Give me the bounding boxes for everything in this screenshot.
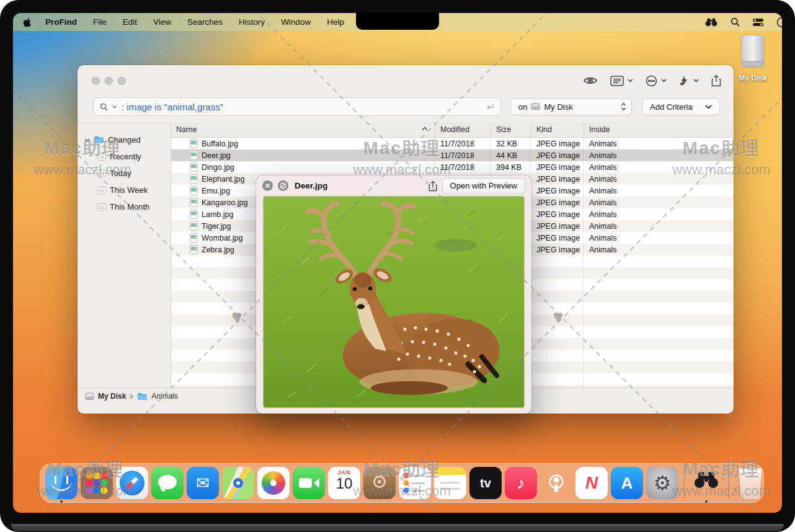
column-header-size[interactable]: Size	[491, 123, 531, 137]
table-row[interactable]: Dingo.jpg11/7/2018394 KBJPEG imageAnimal…	[171, 161, 734, 173]
dock-item-launchpad[interactable]	[81, 467, 113, 499]
dock-item-trash[interactable]	[734, 467, 766, 499]
control-center-icon[interactable]	[753, 19, 763, 26]
profind-binoculars-icon[interactable]	[705, 17, 717, 27]
jpeg-file-icon	[190, 162, 198, 172]
table-row[interactable]: Buffalo.jpg11/7/201832 KBJPEG imageAnima…	[171, 138, 734, 149]
sidebar-item-this-month[interactable]: This Month	[78, 198, 171, 215]
disk-label: My Disk	[732, 74, 773, 82]
cell-kind: JPEG image	[531, 175, 584, 184]
spotlight-search-icon[interactable]	[731, 17, 740, 27]
dock-item-settings[interactable]: ⚙	[646, 467, 678, 499]
calendar-icon	[97, 153, 106, 161]
column-header-name[interactable]: Name	[171, 123, 435, 137]
appstore-glyph: A	[611, 467, 643, 499]
dock-divider	[684, 468, 685, 499]
running-indicator-dot	[60, 500, 63, 503]
cell-kind: JPEG image	[531, 234, 584, 242]
dock-item-notes[interactable]	[434, 467, 466, 499]
dock-item-reminders[interactable]	[399, 467, 431, 499]
quick-actions-control[interactable]	[679, 75, 699, 86]
menu-item-help[interactable]: Help	[319, 13, 352, 31]
dock-item-podcasts[interactable]	[540, 467, 572, 499]
path-segment-folder[interactable]: Animals	[151, 392, 178, 401]
list-view-control[interactable]	[610, 76, 633, 86]
minimize-button[interactable]	[105, 77, 113, 85]
dock-item-profind[interactable]	[690, 467, 722, 499]
sidebar-item-changed[interactable]: Changed	[78, 131, 171, 148]
dock-item-contacts[interactable]	[363, 467, 396, 499]
column-header-kind[interactable]: Kind	[531, 123, 584, 137]
menu-item-history[interactable]: History	[231, 13, 273, 31]
menu-item-view[interactable]: View	[145, 13, 179, 31]
cell-name: Zebra.jpg	[202, 246, 234, 254]
preview-image-deer	[264, 197, 524, 407]
cell-name: Emu.jpg	[202, 187, 230, 195]
sidebar-item-recently[interactable]: Recently	[78, 148, 171, 165]
camera-notch	[356, 13, 439, 30]
sidebar-item-today[interactable]: Today	[78, 165, 171, 182]
cell-name: Dingo.jpg	[202, 163, 234, 172]
tv-glyph: tv	[469, 467, 502, 499]
menu-app-name[interactable]: ProFind	[37, 13, 85, 31]
running-indicator-dot	[705, 500, 708, 503]
dock-item-news[interactable]: N	[575, 467, 608, 499]
search-query[interactable]: : image is "animal,grass"	[122, 102, 223, 112]
dock-item-calendar[interactable]: JAN10	[328, 467, 360, 499]
dock-item-photos[interactable]	[257, 467, 290, 499]
close-button[interactable]	[92, 77, 100, 85]
clock-icon[interactable]	[776, 17, 782, 28]
cell-modified: 11/7/2018	[435, 151, 491, 160]
sidebar-item-label: Today	[110, 169, 131, 178]
zoom-button[interactable]	[118, 77, 126, 85]
search-menu-chevron-icon[interactable]	[112, 105, 117, 109]
search-scope-popup[interactable]: on My Disk	[510, 98, 632, 115]
disclosure-chevron-icon[interactable]	[85, 138, 90, 142]
mail-glyph: ✉	[187, 467, 219, 499]
dock-item-music[interactable]: ♪	[505, 467, 537, 499]
more-options-control[interactable]	[646, 75, 667, 87]
sidebar-item-label: This Week	[110, 185, 148, 195]
dock-item-appstore[interactable]: A	[611, 467, 643, 499]
cell-name: Kangaroo.jpg	[202, 198, 247, 207]
dock-item-messages[interactable]	[151, 467, 184, 499]
cell-inside: Animals	[584, 246, 734, 254]
dock-item-mail[interactable]: ✉	[187, 467, 219, 499]
desktop-disk-icon[interactable]: My Disk	[732, 34, 773, 82]
menu-item-edit[interactable]: Edit	[115, 13, 145, 31]
dock-item-tv[interactable]: tv	[469, 467, 502, 499]
quicklook-fullscreen-button[interactable]	[278, 180, 288, 191]
path-segment-disk[interactable]: My Disk	[98, 392, 126, 401]
calendar-icon	[97, 203, 106, 211]
path-chevron-icon	[130, 394, 133, 399]
share-icon[interactable]	[711, 74, 721, 87]
dock-item-finder[interactable]	[45, 467, 78, 499]
quicklook-close-button[interactable]	[262, 180, 273, 191]
sidebar-item-this-week[interactable]: This Week	[78, 182, 171, 198]
column-header-modified[interactable]: Modified	[435, 123, 491, 137]
cell-kind: JPEG image	[531, 222, 584, 231]
column-header-inside[interactable]: Inside	[584, 123, 734, 137]
sidebar: ChangedRecentlyTodayThis WeekThis Month	[78, 123, 171, 388]
menu-item-searches[interactable]: Searches	[179, 13, 231, 31]
add-criteria-label: Add Criteria	[650, 102, 693, 112]
quicklook-eye-icon[interactable]	[583, 76, 598, 86]
jpeg-file-icon	[190, 174, 198, 184]
menu-item-window[interactable]: Window	[273, 13, 319, 31]
share-icon[interactable]	[429, 180, 437, 192]
table-row[interactable]: Deer.jpg11/7/201844 KBJPEG imageAnimals	[171, 149, 734, 161]
cell-name: Deer.jpg	[202, 151, 231, 160]
chevron-down-icon	[628, 79, 633, 82]
dock-item-facetime[interactable]	[293, 467, 325, 499]
cell-kind: JPEG image	[531, 246, 584, 254]
calendar-label: 10	[328, 475, 360, 492]
dock-item-safari[interactable]	[116, 467, 148, 499]
dock-item-maps[interactable]	[222, 467, 254, 499]
apple-menu-icon[interactable]	[13, 17, 37, 27]
maps-icon	[222, 467, 254, 499]
open-with-preview-button[interactable]: Open with Preview	[442, 178, 525, 194]
calendar-icon: JAN10	[328, 467, 360, 499]
search-field[interactable]: : image is "animal,grass"	[93, 97, 501, 116]
menu-item-file[interactable]: File	[85, 13, 115, 31]
add-criteria-button[interactable]: Add Criteria	[642, 98, 720, 115]
